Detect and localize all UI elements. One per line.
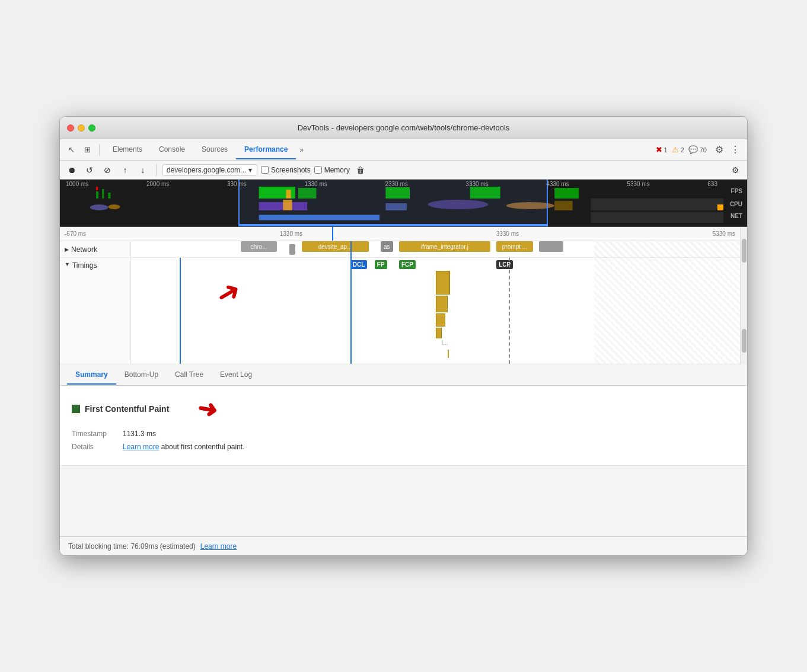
trash-button[interactable]: 🗑 bbox=[353, 163, 368, 177]
refresh-record-button[interactable]: ↺ bbox=[82, 163, 97, 177]
more-tabs-button[interactable]: » bbox=[296, 141, 307, 159]
stop-button[interactable]: ⊘ bbox=[100, 163, 114, 177]
message-count: 70 bbox=[700, 146, 707, 153]
red-arrow-timings: ➜ bbox=[209, 272, 247, 312]
timing-bar-1 bbox=[436, 271, 450, 295]
network-row-content: chro... devsite_ap... as iframe_integrat… bbox=[131, 241, 740, 258]
toolbar-divider-1 bbox=[99, 144, 100, 156]
screenshots-checkbox-label[interactable]: Screenshots bbox=[261, 166, 311, 174]
ruler-1000: 1000 ms bbox=[66, 181, 88, 187]
status-bar: Total blocking time: 76.09ms (estimated)… bbox=[60, 536, 747, 555]
fcp-marker: FCP bbox=[399, 260, 416, 268]
window-title: DevTools - developers.google.com/web/too… bbox=[298, 123, 510, 132]
close-button[interactable] bbox=[67, 124, 74, 132]
svg-rect-20 bbox=[717, 204, 723, 210]
ruler-4330: 4330 ms bbox=[546, 181, 569, 187]
net-block-devsite-label: devsite_ap... bbox=[318, 244, 352, 250]
message-icon: 💬 bbox=[688, 145, 698, 154]
tab-elements[interactable]: Elements bbox=[104, 140, 151, 159]
devtools-window: DevTools - developers.google.com/web/too… bbox=[59, 116, 748, 556]
network-timeline-row: ▶ Network chro... devsite_ap... as bbox=[60, 241, 740, 258]
cursor-tool-button[interactable]: ↖ bbox=[65, 143, 78, 156]
empty-area bbox=[60, 465, 747, 536]
summary-details-row: Details Learn more about first contentfu… bbox=[72, 443, 735, 451]
memory-checkbox[interactable] bbox=[314, 166, 322, 174]
net-block-blue-small[interactable] bbox=[289, 244, 295, 255]
settings-button[interactable]: ⚙ bbox=[713, 142, 726, 158]
summary-content: First Contentful Paint ➜ Timestamp 1131.… bbox=[60, 386, 747, 465]
lcp-label: LCP bbox=[496, 260, 513, 269]
network-row-label: ▶ Network bbox=[60, 241, 131, 257]
triangle-down-icon[interactable]: ▼ bbox=[65, 261, 70, 267]
record-button[interactable]: ⏺ bbox=[65, 163, 79, 177]
svg-rect-9 bbox=[554, 188, 579, 199]
svg-rect-0 bbox=[96, 191, 98, 199]
ruler-633: 633 bbox=[707, 181, 717, 187]
svg-rect-18 bbox=[554, 201, 573, 210]
scroll-thumb-bottom[interactable] bbox=[742, 329, 747, 353]
upload-button[interactable]: ↑ bbox=[118, 163, 132, 177]
fp-label: FP bbox=[375, 260, 387, 269]
ruler-3330: 3330 ms bbox=[496, 231, 519, 237]
learn-more-link[interactable]: Learn more bbox=[123, 443, 159, 451]
red-arrow-summary: ➜ bbox=[196, 393, 220, 424]
net-block-devsite[interactable]: devsite_ap... bbox=[302, 241, 369, 252]
svg-point-11 bbox=[90, 204, 109, 210]
tab-event-log[interactable]: Event Log bbox=[212, 366, 260, 385]
timeline-area: -670 ms 1330 ms 3330 ms 5330 ms ▶ Networ… bbox=[60, 227, 740, 364]
fps-label: FPS bbox=[731, 188, 742, 194]
status-learn-more-link[interactable]: Learn more bbox=[200, 542, 237, 551]
url-text: developers.google.com... bbox=[167, 166, 246, 174]
svg-rect-22 bbox=[591, 212, 723, 223]
maximize-button[interactable] bbox=[88, 124, 95, 132]
chevron-down-icon[interactable]: ▾ bbox=[248, 166, 252, 174]
more-options-button[interactable]: ⋮ bbox=[728, 142, 742, 158]
timing-bar-3 bbox=[436, 313, 445, 327]
minimize-button[interactable] bbox=[78, 124, 85, 132]
memory-label: Memory bbox=[324, 166, 350, 174]
timings-hatched bbox=[594, 258, 740, 364]
layers-button[interactable]: ⊞ bbox=[81, 143, 94, 156]
ruler-1330: 1330 ms bbox=[304, 181, 327, 187]
capture-settings-button[interactable]: ⚙ bbox=[728, 163, 742, 177]
cpu-label: CPU bbox=[730, 201, 742, 207]
right-scrollbar[interactable] bbox=[740, 227, 747, 364]
net-block-iframe[interactable]: iframe_integrator.j bbox=[399, 241, 490, 252]
tab-sources[interactable]: Sources bbox=[193, 140, 236, 159]
timeline-area-wrapper: -670 ms 1330 ms 3330 ms 5330 ms ▶ Networ… bbox=[60, 227, 747, 364]
tab-console[interactable]: Console bbox=[151, 140, 193, 159]
timeline-cursor-line bbox=[332, 227, 333, 241]
svg-rect-10 bbox=[591, 187, 723, 199]
tab-performance[interactable]: Performance bbox=[236, 140, 296, 159]
bottom-tabs: Summary Bottom-Up Call Tree Event Log bbox=[60, 364, 747, 386]
timestamp-key: Timestamp bbox=[72, 430, 113, 438]
tab-navigation: Elements Console Sources Performance » bbox=[104, 140, 307, 159]
triangle-right-icon[interactable]: ▶ bbox=[65, 247, 69, 252]
timeline-overview[interactable]: 1000 ms 2000 ms 330 ms 1330 ms 2330 ms 3… bbox=[60, 180, 747, 227]
status-text: Total blocking time: 76.09ms (estimated) bbox=[68, 542, 196, 551]
screenshots-checkbox[interactable] bbox=[261, 166, 269, 174]
net-block-prompt[interactable]: prompt ... bbox=[496, 241, 533, 252]
net-block-chrome[interactable]: chro... bbox=[241, 241, 277, 252]
lcp-dashed-line bbox=[509, 258, 510, 364]
details-suffix: about first contentful paint. bbox=[161, 443, 245, 451]
tab-bottom-up[interactable]: Bottom-Up bbox=[116, 366, 167, 385]
warning-icon: ⚠ bbox=[672, 145, 679, 154]
timings-label: Timings bbox=[72, 261, 97, 270]
net-block-grey[interactable] bbox=[539, 241, 563, 252]
net-block-prompt-label: prompt ... bbox=[502, 244, 527, 250]
dcl-label: DCL bbox=[350, 260, 368, 269]
tab-call-tree[interactable]: Call Tree bbox=[167, 366, 212, 385]
timings-row-label: ▼ Timings bbox=[60, 258, 131, 364]
memory-checkbox-label[interactable]: Memory bbox=[314, 166, 350, 174]
net-block-as[interactable]: as bbox=[381, 241, 393, 252]
dcl-marker: DCL bbox=[350, 260, 368, 268]
scroll-thumb-top[interactable] bbox=[742, 239, 747, 263]
summary-timestamp-row: Timestamp 1131.3 ms bbox=[72, 430, 735, 438]
ruler-5330: 5330 ms bbox=[713, 231, 735, 237]
download-button[interactable]: ↓ bbox=[136, 163, 150, 177]
bottom-section: Summary Bottom-Up Call Tree Event Log Fi… bbox=[60, 364, 747, 536]
tab-summary[interactable]: Summary bbox=[67, 366, 116, 385]
traffic-lights bbox=[67, 124, 95, 132]
ruler-330: 330 ms bbox=[227, 181, 247, 187]
